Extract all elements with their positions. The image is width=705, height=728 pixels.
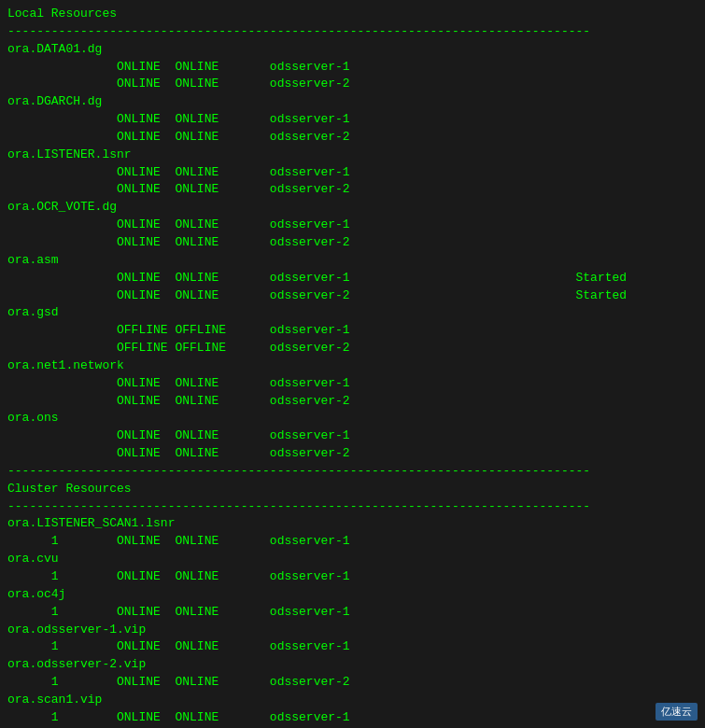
terminal-window: Local Resources-------------------------… (0, 0, 705, 728)
terminal-line: Cluster Resources (7, 481, 698, 498)
terminal-line: ONLINE ONLINE odsserver-2 Started (7, 287, 698, 305)
terminal-line: ora.scan1.vip (7, 692, 698, 709)
terminal-line: ONLINE ONLINE odsserver-1 (7, 164, 698, 182)
terminal-line: 1 ONLINE ONLINE odsserver-1 (7, 604, 698, 622)
terminal-line: ora.LISTENER.lsnr (7, 147, 698, 164)
terminal-line: ora.odsserver-2.vip (7, 656, 698, 674)
terminal-line: ora.asm (7, 252, 698, 270)
terminal-line: ONLINE ONLINE odsserver-1 (7, 111, 698, 129)
terminal-line: ONLINE ONLINE odsserver-2 (7, 181, 698, 199)
terminal-line: ora.OCR_VOTE.dg (7, 199, 698, 217)
terminal-line: Local Resources (7, 6, 698, 23)
terminal-line: ora.DGARCH.dg (7, 93, 698, 111)
terminal-line: ora.ons (7, 410, 698, 427)
terminal-line: ONLINE ONLINE odsserver-1 (7, 375, 698, 393)
terminal-line: ----------------------------------------… (7, 23, 698, 41)
terminal-line: ONLINE ONLINE odsserver-1 (7, 217, 698, 234)
terminal-line: ora.oc4j (7, 586, 698, 604)
terminal-line: 1 ONLINE ONLINE odsserver-1 (7, 638, 698, 656)
terminal-line: ONLINE ONLINE odsserver-2 (7, 129, 698, 147)
terminal-line: ora.net1.network (7, 357, 698, 375)
terminal-line: ONLINE ONLINE odsserver-1 (7, 427, 698, 445)
terminal-line: ora.cvu (7, 551, 698, 568)
terminal-line: ora.odsserver-1.vip (7, 622, 698, 639)
terminal-line: OFFLINE OFFLINE odsserver-1 (7, 322, 698, 340)
terminal-line: ora.DATA01.dg (7, 41, 698, 59)
terminal-line: ----------------------------------------… (7, 463, 698, 481)
terminal-line: 1 ONLINE ONLINE odsserver-1 (7, 568, 698, 586)
terminal-line: ONLINE ONLINE odsserver-1 (7, 59, 698, 77)
terminal-line: 1 ONLINE ONLINE odsserver-1 (7, 533, 698, 551)
terminal-line: ONLINE ONLINE odsserver-2 (7, 445, 698, 463)
terminal-line: ----------------------------------------… (7, 498, 698, 516)
terminal-line: ONLINE ONLINE odsserver-2 (7, 234, 698, 252)
terminal-line: ONLINE ONLINE odsserver-2 (7, 393, 698, 411)
terminal-line: ora.gsd (7, 304, 698, 322)
terminal-line: ONLINE ONLINE odsserver-2 (7, 76, 698, 93)
terminal-line: 1 ONLINE ONLINE odsserver-2 (7, 674, 698, 692)
terminal-line: OFFLINE OFFLINE odsserver-2 (7, 340, 698, 357)
terminal-content: Local Resources-------------------------… (7, 6, 698, 727)
terminal-line: ONLINE ONLINE odsserver-1 Started (7, 270, 698, 287)
terminal-line: ora.LISTENER_SCAN1.lsnr (7, 515, 698, 533)
watermark-badge: 亿速云 (656, 703, 698, 721)
terminal-line: 1 ONLINE ONLINE odsserver-1 (7, 709, 698, 727)
